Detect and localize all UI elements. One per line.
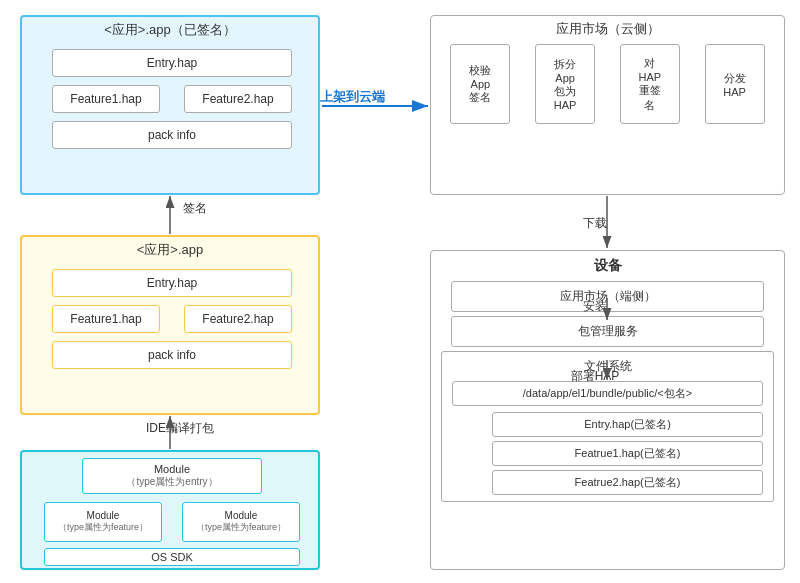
device-file-feature2: Featrue2.hap(已签名) [492,470,763,495]
signed-app-title: <应用>.app（已签名） [22,17,318,41]
os-sdk: OS SDK [44,548,300,566]
install-label: 安装 [565,298,625,315]
module-entry: Module （type属性为entry） [82,458,262,494]
download-label: 下载 [565,215,625,232]
device-pkgmgr: 包管理服务 [451,316,764,347]
cloud-step-resign: 对HAP重签名 [620,44,680,124]
unsigned-app-title: <应用>.app [22,237,318,261]
unsigned-feature1-hap: Feature1.hap [52,305,160,333]
deploy-hap-label: 部署HAP [565,368,625,385]
unsigned-pack-info: pack info [52,341,292,369]
diagram: <应用>.app（已签名） Entry.hap Feature1.hap Fea… [0,0,800,583]
compile-label: IDE编译打包 [120,420,240,437]
cloud-step-distribute: 分发HAP [705,44,765,124]
signed-pack-info: pack info [52,121,292,149]
cloud-market-title: 应用市场（云侧） [431,16,784,44]
signed-feature2-hap: Feature2.hap [184,85,292,113]
cloud-step-verify: 校验App签名 [450,44,510,124]
source-box: Module （type属性为entry） Module （type属性为fea… [20,450,320,570]
cloud-market-box: 应用市场（云侧） 校验App签名 拆分App包为HAP 对HAP重签名 分发HA… [430,15,785,195]
sign-label: 签名 [155,200,235,217]
device-file-list: Entry.hap(已签名) Featrue1.hap(已签名) Featrue… [452,412,763,495]
device-file-feature1: Featrue1.hap(已签名) [492,441,763,466]
signed-feature1-hap: Feature1.hap [52,85,160,113]
unsigned-entry-hap: Entry.hap [52,269,292,297]
module-feature-right: Module （type属性为feature） [182,502,300,542]
upload-arrow-label: 上架到云端 [320,88,385,106]
device-file-entry: Entry.hap(已签名) [492,412,763,437]
unsigned-app-box: <应用>.app Entry.hap Feature1.hap Feature2… [20,235,320,415]
cloud-steps: 校验App签名 拆分App包为HAP 对HAP重签名 分发HAP [431,44,784,124]
cloud-step-split: 拆分App包为HAP [535,44,595,124]
signed-entry-hap: Entry.hap [52,49,292,77]
signed-app-box: <应用>.app（已签名） Entry.hap Feature1.hap Fea… [20,15,320,195]
device-title: 设备 [431,251,784,281]
unsigned-feature2-hap: Feature2.hap [184,305,292,333]
module-feature-left: Module （type属性为feature） [44,502,162,542]
